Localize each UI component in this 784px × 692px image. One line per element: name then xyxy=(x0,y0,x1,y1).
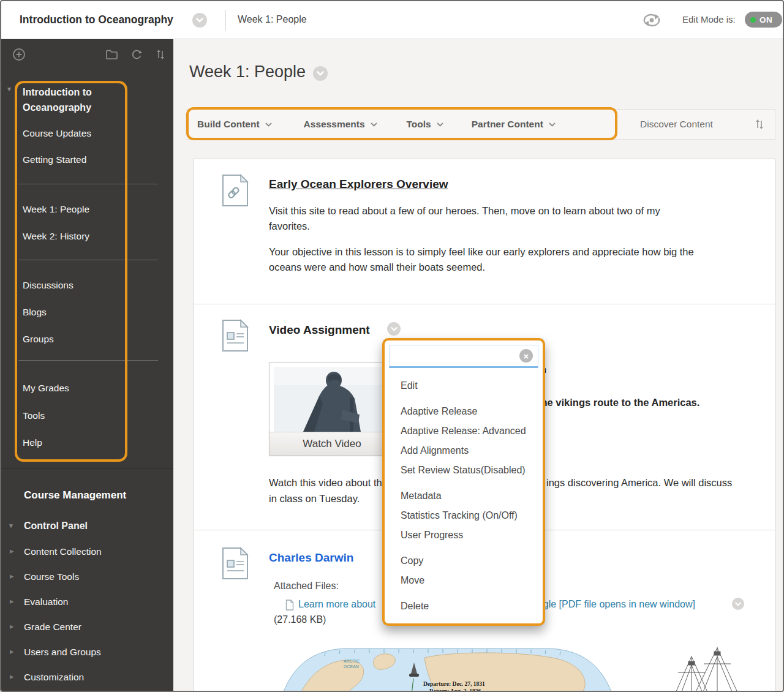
menu-item-statistics-tracking[interactable]: Statistics Tracking (On/Off) xyxy=(385,506,543,525)
build-content-button[interactable]: Build Content xyxy=(197,119,272,130)
edit-mode-indicator-dot xyxy=(750,17,756,23)
reorder-icon[interactable] xyxy=(155,48,166,61)
video-bold-text-fragment-2: the vikings route to the Americas. xyxy=(538,397,699,408)
sidebar-item-evaluation[interactable]: Evaluation xyxy=(24,596,68,607)
refresh-icon[interactable] xyxy=(130,48,143,61)
collapse-triangle-icon[interactable]: ▼ xyxy=(6,86,12,92)
file-size-text: (27.168 KB) xyxy=(274,614,326,625)
sidebar-item-discussions[interactable]: Discussions xyxy=(23,280,74,291)
chevron-down-icon xyxy=(317,71,324,76)
sidebar-item-getting-started[interactable]: Getting Started xyxy=(23,154,86,165)
map-label-arctic-1: ARCTIC xyxy=(344,659,360,663)
sailing-ship-drawing xyxy=(658,644,753,692)
content-document-icon xyxy=(221,319,249,352)
sidebar-item-grade-center[interactable]: Grade Center xyxy=(24,622,81,633)
content-area: Week 1: People Build Content Assessments… xyxy=(173,39,784,692)
chevron-right-icon: ▶ xyxy=(10,623,14,630)
partner-content-button[interactable]: Partner Content xyxy=(472,119,556,130)
overview-paragraph-2-line-1: Your objective in this lesson is to simp… xyxy=(269,244,694,260)
map-label-return: Return: Aug. 2, 1836 xyxy=(429,688,481,692)
sidebar-item-content-collection[interactable]: Content Collection xyxy=(24,546,102,557)
explorer-statue-thumbnail xyxy=(274,367,390,432)
sidebar-item-my-grades[interactable]: My Grades xyxy=(23,383,69,394)
menu-item-move[interactable]: Move xyxy=(385,571,543,590)
page-title-menu-button[interactable] xyxy=(313,66,328,81)
overview-item-title-link[interactable]: Early Ocean Explorers Overview xyxy=(269,178,448,191)
page-title: Week 1: People xyxy=(189,62,306,81)
assessments-button[interactable]: Assessments xyxy=(304,119,377,130)
sidebar-item-week-2[interactable]: Week 2: History xyxy=(23,231,89,242)
darwin-item-title-link[interactable]: Charles Darwin xyxy=(269,551,353,565)
menu-item-user-progress[interactable]: User Progress xyxy=(385,525,543,545)
folder-view-icon[interactable] xyxy=(105,49,118,60)
overview-paragraph-1-line-2: favorites. xyxy=(269,219,660,234)
student-preview-icon[interactable] xyxy=(640,12,663,29)
menu-item-metadata[interactable]: Metadata xyxy=(385,486,543,506)
item-separator xyxy=(194,304,775,304)
overview-paragraph-1-line-1: Visit this site to read about a few of o… xyxy=(269,203,660,219)
sidebar-item-help[interactable]: Help xyxy=(23,437,42,448)
content-document-icon xyxy=(221,547,249,580)
url-document-icon xyxy=(221,174,249,207)
action-bar: Build Content Assessments Tools Partner … xyxy=(186,109,775,140)
beagle-voyage-map: ARCTIC OCEAN Departure: Dec. 27, 1831 Re… xyxy=(271,642,624,692)
video-description-line-2: in class on Tuesday. xyxy=(269,491,360,506)
chevron-right-icon: ▶ xyxy=(10,649,14,655)
sidebar-item-tools[interactable]: Tools xyxy=(23,410,45,421)
discover-content-button[interactable]: Discover Content xyxy=(640,119,713,130)
video-description-line-1-right: ings discovering America. We will discus… xyxy=(546,475,732,491)
reorder-icon[interactable] xyxy=(754,118,765,131)
chevron-down-icon xyxy=(196,18,203,23)
menu-item-set-review-status[interactable]: Set Review Status(Disabled) xyxy=(385,461,543,480)
menu-item-adaptive-release-advanced[interactable]: Adaptive Release: Advanced xyxy=(385,421,543,441)
sidebar-divider xyxy=(18,260,158,260)
sidebar-item-week-1[interactable]: Week 1: People xyxy=(23,204,89,215)
chevron-down-icon xyxy=(391,327,398,331)
watch-video-button[interactable]: Watch Video xyxy=(270,432,394,455)
chevron-right-icon: ▶ xyxy=(10,674,14,680)
sidebar-item-users-and-groups[interactable]: Users and Groups xyxy=(24,647,101,658)
tools-label: Tools xyxy=(407,119,431,130)
add-menu-item-icon[interactable] xyxy=(12,48,26,61)
item-context-menu: × Edit Adaptive Release Adaptive Release… xyxy=(382,338,545,626)
video-item-title: Video Assignment xyxy=(269,323,370,337)
overview-paragraph-1: Visit this site to read about a few of o… xyxy=(269,203,660,234)
context-menu-filter-input[interactable]: × xyxy=(389,345,538,368)
sidebar-item-course-home[interactable]: Introduction to Oceanography xyxy=(23,85,121,115)
chevron-down-icon xyxy=(265,122,272,127)
sidebar-item-control-panel[interactable]: Control Panel xyxy=(24,521,88,532)
sidebar-item-customization[interactable]: Customization xyxy=(24,672,84,683)
chevron-right-icon: ▶ xyxy=(10,573,14,579)
chevron-down-icon xyxy=(735,602,741,606)
attached-file-menu-button[interactable] xyxy=(732,598,744,610)
edit-mode-toggle[interactable]: ON xyxy=(745,12,782,28)
video-item-menu-button[interactable] xyxy=(387,322,401,336)
header-divider xyxy=(225,10,226,31)
menu-item-edit[interactable]: Edit xyxy=(385,376,543,396)
partner-content-label: Partner Content xyxy=(472,119,543,130)
sidebar-toolbar xyxy=(1,48,173,66)
expand-triangle-icon[interactable]: ▼ xyxy=(8,522,14,529)
edit-mode-value: ON xyxy=(760,15,772,24)
menu-item-copy[interactable]: Copy xyxy=(385,551,543,571)
sidebar-item-course-updates[interactable]: Course Updates xyxy=(23,128,91,139)
course-title-menu-button[interactable] xyxy=(192,13,207,28)
chevron-down-icon xyxy=(437,122,443,127)
sidebar-item-blogs[interactable]: Blogs xyxy=(23,307,47,318)
sidebar-section-divider xyxy=(1,468,173,468)
menu-item-adaptive-release[interactable]: Adaptive Release xyxy=(385,402,543,421)
close-icon[interactable]: × xyxy=(519,349,533,363)
overview-paragraph-2-line-2: oceans were and how small their boats se… xyxy=(269,260,694,275)
menu-item-add-alignments[interactable]: Add Alignments xyxy=(385,441,543,461)
attached-file-link-left[interactable]: Learn more about xyxy=(298,599,375,610)
sidebar-item-groups[interactable]: Groups xyxy=(23,334,54,345)
tools-button[interactable]: Tools xyxy=(407,119,443,130)
course-sidebar: ▼ Introduction to Oceanography Course Up… xyxy=(1,39,173,692)
overview-paragraph-2: Your objective in this lesson is to simp… xyxy=(269,244,694,275)
sidebar-item-course-tools[interactable]: Course Tools xyxy=(24,571,79,582)
chevron-right-icon: ▶ xyxy=(10,548,14,554)
chevron-right-icon: ▶ xyxy=(10,598,14,604)
attached-file-link-right[interactable]: eagle [PDF file opens in new window] xyxy=(532,599,695,610)
video-player-box: Watch Video xyxy=(269,362,395,456)
menu-item-delete[interactable]: Delete xyxy=(385,596,543,616)
